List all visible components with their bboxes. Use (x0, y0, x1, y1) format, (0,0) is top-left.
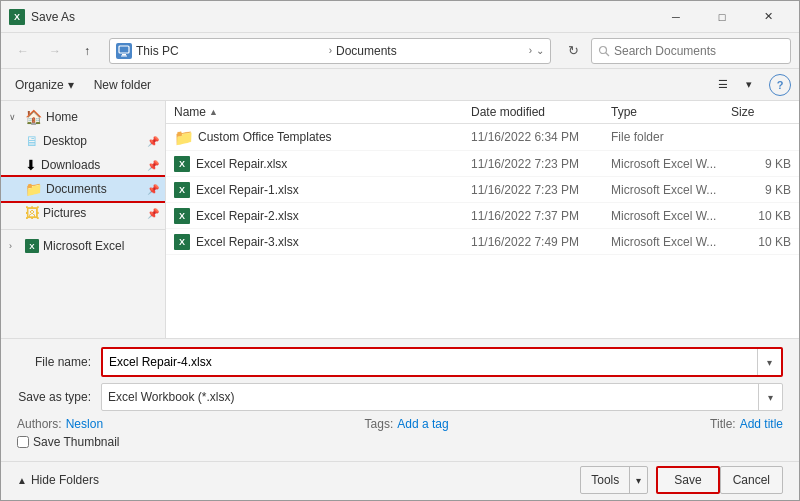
sidebar-item-downloads[interactable]: ⬇ Downloads 📌 (1, 153, 165, 177)
excel-expand-icon: › (9, 241, 21, 251)
pictures-folder-icon: 🖼 (25, 205, 39, 221)
svg-rect-1 (122, 54, 126, 56)
file-name: Excel Repair-2.xlsx (196, 209, 471, 223)
file-size: 9 KB (731, 183, 791, 197)
file-date: 11/16/2022 7:23 PM (471, 183, 611, 197)
bottom-form: File name: ▾ Save as type: Excel Workboo… (1, 338, 799, 461)
file-name-dropdown-button[interactable]: ▾ (757, 349, 781, 375)
tools-label: Tools (581, 467, 630, 493)
excel-file-icon: X (174, 182, 190, 198)
maximize-button[interactable]: □ (699, 1, 745, 33)
close-button[interactable]: ✕ (745, 1, 791, 33)
save-as-type-dropdown-button[interactable]: ▾ (758, 384, 782, 410)
file-name-input[interactable] (103, 349, 757, 375)
table-row[interactable]: X Excel Repair.xlsx 11/16/2022 7:23 PM M… (166, 151, 799, 177)
forward-button[interactable]: → (41, 37, 69, 65)
toolbar: Organize ▾ New folder ☰ ▾ ? (1, 69, 799, 101)
thumbnail-row: Save Thumbnail (17, 435, 783, 449)
cancel-button[interactable]: Cancel (720, 466, 783, 494)
file-date: 11/16/2022 7:37 PM (471, 209, 611, 223)
hide-folders-chevron-icon: ▲ (17, 475, 27, 486)
sidebar-item-pictures[interactable]: 🖼 Pictures 📌 (1, 201, 165, 225)
file-date: 11/16/2022 7:23 PM (471, 157, 611, 171)
sidebar-item-documents[interactable]: 📁 Documents 📌 (1, 177, 165, 201)
save-as-type-row: Save as type: Excel Workbook (*.xlsx) ▾ (17, 383, 783, 411)
search-box[interactable] (591, 38, 791, 64)
footer: ▲ Hide Folders Tools ▾ Save Cancel (1, 461, 799, 500)
pin-icon: 📌 (147, 184, 159, 195)
address-bar[interactable]: This PC › Documents › ⌄ (109, 38, 551, 64)
hide-folders-link[interactable]: Hide Folders (31, 473, 99, 487)
save-as-type-container[interactable]: Excel Workbook (*.xlsx) ▾ (101, 383, 783, 411)
file-list-header: Name ▲ Date modified Type Size (166, 101, 799, 124)
tools-button[interactable]: Tools ▾ (580, 466, 648, 494)
file-size: 9 KB (731, 157, 791, 171)
column-size: Size (731, 105, 791, 119)
excel-file-icon: X (174, 234, 190, 250)
main-content: ∨ 🏠 Home 🖥 Desktop 📌 ⬇ Downloads 📌 (1, 101, 799, 338)
authors-value[interactable]: Neslon (66, 417, 103, 431)
save-thumbnail-checkbox[interactable] (17, 436, 29, 448)
metadata-row: Authors: Neslon Tags: Add a tag Title: A… (17, 417, 783, 431)
table-row[interactable]: X Excel Repair-2.xlsx 11/16/2022 7:37 PM… (166, 203, 799, 229)
save-as-type-value: Excel Workbook (*.xlsx) (102, 384, 758, 410)
minimize-button[interactable]: ─ (653, 1, 699, 33)
file-date: 11/16/2022 7:49 PM (471, 235, 611, 249)
svg-rect-2 (121, 55, 127, 56)
up-button[interactable]: ↑ (73, 37, 101, 65)
file-name-input-container[interactable]: ▾ (101, 347, 783, 377)
title-label: Title: (710, 417, 736, 431)
sidebar-item-label: Desktop (43, 134, 143, 148)
title-bar: X Save As ─ □ ✕ (1, 1, 799, 33)
file-name: Excel Repair.xlsx (196, 157, 471, 171)
column-date: Date modified (471, 105, 611, 119)
pin-icon: 📌 (147, 208, 159, 219)
hide-folders-area: ▲ Hide Folders (17, 473, 580, 487)
table-row[interactable]: X Excel Repair-1.xlsx 11/16/2022 7:23 PM… (166, 177, 799, 203)
file-type: Microsoft Excel W... (611, 183, 731, 197)
documents-folder-icon: 📁 (25, 181, 42, 197)
sidebar-item-label: Downloads (41, 158, 143, 172)
add-title-link[interactable]: Add title (740, 417, 783, 431)
organize-label: Organize (15, 78, 64, 92)
search-input[interactable] (614, 44, 784, 58)
pin-icon: 📌 (147, 160, 159, 171)
column-name: Name ▲ (174, 105, 471, 119)
authors-label: Authors: (17, 417, 62, 431)
home-expand-icon: ∨ (9, 112, 21, 122)
file-type: Microsoft Excel W... (611, 157, 731, 171)
file-area: Name ▲ Date modified Type Size 📁 Custom … (166, 101, 799, 338)
new-folder-button[interactable]: New folder (88, 73, 157, 97)
view-dropdown-button[interactable]: ▾ (737, 73, 761, 97)
refresh-button[interactable]: ↻ (559, 37, 587, 65)
address-pc-icon (116, 43, 132, 59)
organize-button[interactable]: Organize ▾ (9, 73, 80, 97)
file-name-label: File name: (17, 355, 97, 369)
file-date: 11/16/2022 6:34 PM (471, 130, 611, 144)
view-list-button[interactable]: ☰ (711, 73, 735, 97)
sidebar-item-home[interactable]: ∨ 🏠 Home (1, 105, 165, 129)
save-button[interactable]: Save (656, 466, 719, 494)
save-as-type-label: Save as type: (17, 390, 97, 404)
table-row[interactable]: 📁 Custom Office Templates 11/16/2022 6:3… (166, 124, 799, 151)
sidebar-item-desktop[interactable]: 🖥 Desktop 📌 (1, 129, 165, 153)
navigation-bar: ← → ↑ This PC › Documents › ⌄ ↻ (1, 33, 799, 69)
sidebar-item-msexcel[interactable]: › X Microsoft Excel (1, 234, 165, 258)
excel-file-icon: X (174, 208, 190, 224)
save-thumbnail-label: Save Thumbnail (33, 435, 120, 449)
file-name: Excel Repair-1.xlsx (196, 183, 471, 197)
back-button[interactable]: ← (9, 37, 37, 65)
add-tag-link[interactable]: Add a tag (397, 417, 448, 431)
table-row[interactable]: X Excel Repair-3.xlsx 11/16/2022 7:49 PM… (166, 229, 799, 255)
file-type: File folder (611, 130, 731, 144)
file-name: Custom Office Templates (198, 130, 471, 144)
organize-chevron-icon: ▾ (68, 78, 74, 92)
sort-icon: ▲ (209, 107, 218, 117)
view-controls: ☰ ▾ (711, 73, 761, 97)
desktop-folder-icon: 🖥 (25, 133, 39, 149)
address-thispc: This PC (136, 44, 325, 58)
help-button[interactable]: ? (769, 74, 791, 96)
svg-line-4 (606, 52, 610, 56)
address-documents: Documents (336, 44, 525, 58)
file-size: 10 KB (731, 235, 791, 249)
